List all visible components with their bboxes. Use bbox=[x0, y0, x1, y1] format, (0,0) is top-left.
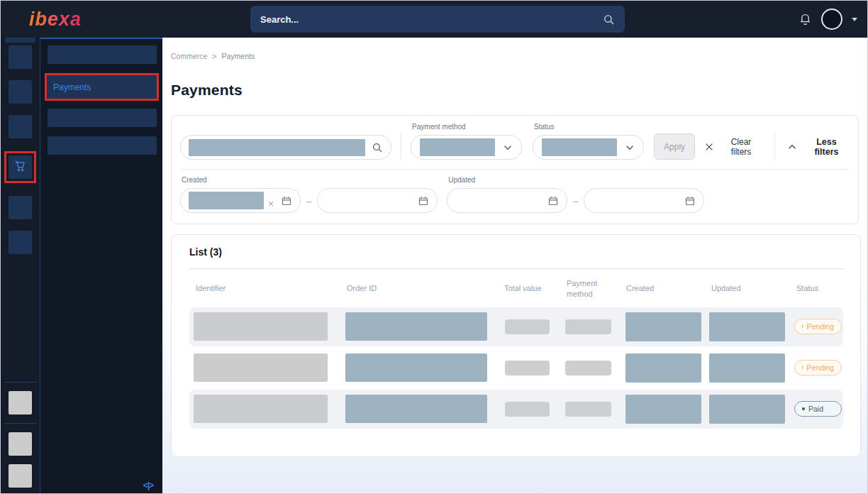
rail-item-5[interactable] bbox=[9, 196, 32, 219]
updated-range-group: Updated bbox=[447, 176, 567, 213]
rail-bottom-item-1[interactable] bbox=[9, 391, 32, 415]
payment-method-label: Payment method bbox=[412, 123, 522, 131]
search-value-placeholder bbox=[189, 139, 365, 156]
breadcrumb-section[interactable]: Commerce bbox=[171, 52, 207, 60]
created-placeholder bbox=[625, 312, 701, 341]
clear-date-icon[interactable] bbox=[267, 197, 274, 204]
caret-down-icon[interactable] bbox=[852, 18, 857, 21]
filter-search-field[interactable] bbox=[180, 135, 391, 160]
payment-method-placeholder bbox=[565, 402, 611, 417]
payment-method-select[interactable] bbox=[411, 135, 522, 160]
rail-bottom-group bbox=[1, 378, 40, 493]
updated-from-input[interactable] bbox=[447, 188, 567, 213]
updated-placeholder bbox=[709, 353, 785, 383]
ibexa-logo[interactable]: ibexa bbox=[29, 9, 82, 31]
clear-filters-button[interactable]: Clear filters bbox=[704, 133, 762, 160]
status-label: Pending bbox=[806, 322, 834, 331]
table-row[interactable]: Pending bbox=[189, 307, 843, 346]
calendar-icon[interactable] bbox=[281, 195, 292, 207]
status-group: Status bbox=[533, 123, 644, 160]
status-select[interactable] bbox=[533, 135, 644, 160]
app-window: ibexa bbox=[0, 0, 868, 494]
breadcrumb: Commerce > Payments bbox=[171, 52, 861, 60]
logo-box: ibexa bbox=[1, 9, 250, 31]
body-row: Payments <|> Commerce > Payments Payment… bbox=[1, 38, 867, 493]
column-header-order-id: Order ID bbox=[340, 283, 397, 294]
payment-method-value-placeholder bbox=[420, 138, 495, 156]
status-badge: Pending bbox=[794, 360, 842, 375]
status-dot-icon bbox=[802, 325, 803, 328]
user-avatar[interactable] bbox=[821, 9, 842, 30]
status-badge: Pending bbox=[794, 319, 842, 334]
status-dot-icon bbox=[802, 366, 803, 369]
secondary-sidebar: Payments <|> bbox=[40, 38, 162, 493]
chevron-down-icon bbox=[503, 143, 513, 153]
rail-divider bbox=[4, 423, 37, 424]
sidebar-item-payments-label: Payments bbox=[47, 82, 91, 92]
less-filters-label: Less filters bbox=[803, 137, 850, 157]
filters-panel: Payment method Status bbox=[171, 115, 859, 224]
created-from-value-placeholder bbox=[189, 192, 264, 209]
updated-placeholder bbox=[709, 312, 785, 341]
calendar-icon[interactable] bbox=[418, 195, 429, 207]
total-value-placeholder bbox=[505, 361, 550, 375]
table-row[interactable]: Pending bbox=[189, 348, 843, 388]
identifier-placeholder bbox=[194, 353, 328, 382]
rail-bottom-item-2[interactable] bbox=[9, 432, 32, 456]
updated-to-input[interactable] bbox=[584, 188, 704, 213]
notifications-bell-icon[interactable] bbox=[799, 12, 812, 26]
table-header: Identifier Order ID Total value Payment … bbox=[189, 269, 843, 307]
payment-method-placeholder bbox=[565, 361, 611, 375]
column-header-total-value: Total value bbox=[498, 283, 555, 294]
status-dot-icon bbox=[802, 407, 805, 410]
total-value-placeholder bbox=[505, 402, 550, 417]
sidebar-item-3[interactable] bbox=[48, 109, 157, 127]
created-placeholder bbox=[625, 395, 701, 424]
global-search-input[interactable] bbox=[260, 14, 603, 25]
column-header-identifier: Identifier bbox=[189, 283, 246, 294]
global-search[interactable] bbox=[250, 6, 625, 33]
close-icon bbox=[704, 142, 714, 152]
chevron-up-icon bbox=[787, 142, 797, 152]
status-label: Status bbox=[534, 123, 644, 131]
sidebar-item-payments[interactable]: Payments bbox=[47, 75, 157, 99]
commerce-highlight-box bbox=[4, 151, 36, 183]
topbar-right bbox=[799, 9, 867, 30]
apply-button[interactable]: Apply bbox=[654, 133, 695, 160]
shopping-cart-icon bbox=[13, 159, 28, 176]
total-value-placeholder bbox=[505, 319, 550, 334]
created-range-group: Created bbox=[180, 176, 301, 213]
search-icon[interactable] bbox=[603, 13, 615, 26]
rail-item-commerce[interactable] bbox=[9, 155, 32, 179]
calendar-icon[interactable] bbox=[684, 195, 696, 207]
created-to-input[interactable] bbox=[317, 188, 438, 213]
payment-method-placeholder bbox=[565, 319, 611, 334]
rail-item-3[interactable] bbox=[9, 115, 32, 138]
less-filters-button[interactable]: Less filters bbox=[787, 133, 850, 160]
rail-item-2[interactable] bbox=[9, 80, 32, 104]
list-card: List (3) Identifier Order ID Total value… bbox=[171, 234, 861, 457]
page-title: Payments bbox=[171, 82, 861, 99]
chevron-down-icon bbox=[625, 143, 635, 153]
order-id-placeholder bbox=[345, 312, 487, 341]
rail-item-6[interactable] bbox=[9, 231, 32, 254]
clear-filters-label: Clear filters bbox=[720, 137, 762, 157]
sidebar-item-4[interactable] bbox=[48, 136, 157, 155]
sidebar-item-1[interactable] bbox=[48, 45, 157, 64]
sidebar-collapse-icon[interactable]: <|> bbox=[143, 481, 153, 490]
calendar-icon[interactable] bbox=[547, 195, 559, 207]
search-icon[interactable] bbox=[372, 142, 383, 153]
rail-item-1[interactable] bbox=[9, 45, 32, 69]
range-separator: – bbox=[573, 196, 578, 207]
filters-row-1: Payment method Status bbox=[172, 116, 858, 169]
created-from-input[interactable] bbox=[180, 188, 301, 213]
rail-bottom-item-3[interactable] bbox=[9, 464, 32, 488]
status-value-placeholder bbox=[542, 138, 617, 156]
table-row[interactable]: Paid bbox=[189, 390, 843, 429]
identifier-placeholder bbox=[194, 312, 328, 341]
breadcrumb-separator: > bbox=[212, 52, 216, 60]
created-label: Created bbox=[182, 176, 301, 184]
status-label: Paid bbox=[808, 405, 823, 413]
column-header-created: Created bbox=[620, 283, 677, 294]
payments-highlight-box: Payments bbox=[45, 73, 159, 101]
